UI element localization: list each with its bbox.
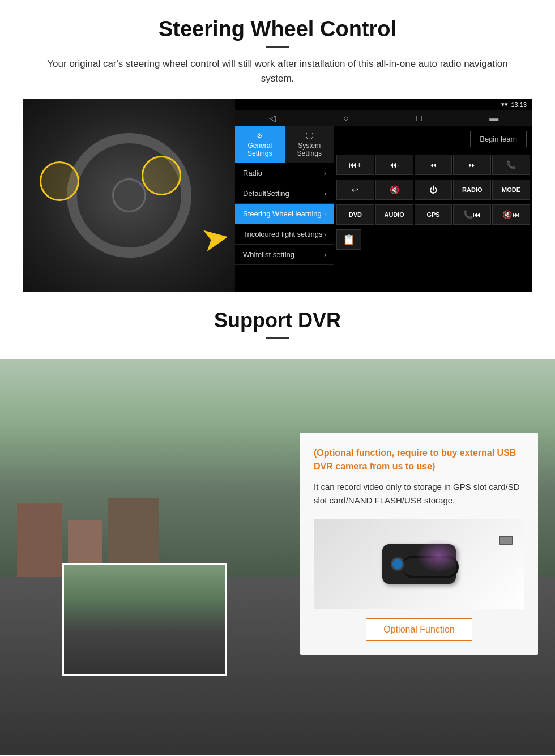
mode-button[interactable]: MODE	[492, 180, 530, 200]
dvr-title-divider	[266, 337, 289, 339]
tab-system-settings[interactable]: ⛶ System Settings	[285, 126, 335, 163]
steering-wheel-bg: ➤	[23, 99, 235, 292]
mute-button[interactable]: 🔇	[375, 180, 413, 200]
control-buttons-row1: ⏮+ ⏮- ⏮ ⏭ 📞	[334, 152, 532, 177]
dvr-title: Support DVR	[23, 309, 532, 332]
menu-item-defaultsetting[interactable]: DefaultSetting ›	[235, 183, 334, 204]
chevron-icon: ›	[324, 210, 326, 218]
dvr-camera-image	[314, 519, 524, 609]
title-divider	[266, 46, 289, 48]
steering-section: Steering Wheel Control Your original car…	[0, 0, 555, 292]
control-buttons-row3: DVD AUDIO GPS 📞⏮ 🔇⏭	[334, 202, 532, 227]
highlight-circle-right	[142, 156, 181, 195]
dvr-title-area: Support DVR	[0, 292, 555, 359]
dvr-scene: (Optional function, require to buy exter…	[0, 359, 555, 755]
begin-learn-row: Begin learn	[334, 126, 532, 152]
vol-up-button[interactable]: ⏮+	[336, 155, 374, 175]
call-button[interactable]: 📞	[492, 155, 530, 175]
time-display: 13:13	[511, 101, 527, 108]
steering-subtitle: Your original car's steering wheel contr…	[45, 57, 510, 86]
steering-wheel-ring	[67, 133, 191, 258]
control-buttons-row2: ↩ 🔇 ⏻ RADIO MODE	[334, 177, 532, 202]
dvr-background-area: (Optional function, require to buy exter…	[0, 359, 555, 755]
gps-button[interactable]: GPS	[415, 204, 452, 225]
steering-wheel-image: ➤	[23, 99, 235, 292]
chevron-icon: ›	[324, 190, 326, 198]
extra-buttons-row: 📋	[334, 227, 532, 252]
chevron-icon: ›	[324, 169, 326, 177]
menu-icon[interactable]: ▬	[489, 113, 498, 123]
tab-general-settings[interactable]: ⚙ General Settings	[235, 126, 285, 163]
thumbnail-scene	[64, 565, 225, 674]
menu-item-radio[interactable]: Radio ›	[235, 163, 334, 183]
purple-light	[416, 539, 462, 573]
signal-icon: ▾▾	[501, 101, 508, 108]
steering-wheel-center	[112, 178, 146, 212]
android-panel: ▾▾ 13:13 ◁ ○ □ ▬ ⚙ General Settings	[235, 99, 532, 292]
dvd-button[interactable]: DVD	[336, 204, 374, 225]
next-track-button[interactable]: ⏭	[453, 155, 491, 175]
begin-learn-button[interactable]: Begin learn	[470, 131, 527, 147]
audio-button[interactable]: AUDIO	[375, 204, 413, 225]
optional-function-button[interactable]: Optional Function	[366, 618, 472, 641]
arrow-pointer: ➤	[198, 216, 232, 260]
back-icon[interactable]: ◁	[269, 113, 276, 123]
chevron-icon: ›	[324, 251, 326, 259]
home-icon[interactable]: ○	[343, 113, 349, 123]
panel-right-content: Begin learn ⏮+ ⏮- ⏮ ⏭ 📞 ↩ 🔇 ⏻	[334, 126, 532, 292]
prev-track-button[interactable]: ⏮	[415, 155, 452, 175]
dvr-camera-thumbnail	[62, 563, 227, 676]
settings-tabs: ⚙ General Settings ⛶ System Settings	[235, 126, 334, 163]
steering-title: Steering Wheel Control	[23, 17, 532, 41]
menu-item-tricoloured[interactable]: Tricoloured light settings ›	[235, 224, 334, 245]
vol-down-button[interactable]: ⏮-	[375, 155, 413, 175]
system-icon: ⛶	[306, 132, 313, 140]
radio-button[interactable]: RADIO	[453, 180, 491, 200]
dvr-section: Support DVR (Optional function, require …	[0, 292, 555, 755]
dvr-info-card: (Optional function, require to buy exter…	[300, 433, 538, 655]
menu-item-whitelist[interactable]: Whitelist setting ›	[235, 245, 334, 265]
tab-system-label: System Settings	[291, 142, 329, 157]
recents-icon[interactable]: □	[416, 113, 422, 123]
hang-up-button[interactable]: ↩	[336, 180, 374, 200]
settings-menu: ⚙ General Settings ⛶ System Settings Rad…	[235, 126, 334, 292]
extra-button[interactable]: 📋	[336, 229, 361, 250]
chevron-icon: ›	[324, 230, 326, 238]
android-statusbar: ▾▾ 13:13	[235, 99, 532, 110]
usb-connector	[499, 536, 513, 545]
usb-plug-body	[499, 536, 513, 545]
android-navbar: ◁ ○ □ ▬	[235, 110, 532, 126]
building-1	[17, 503, 62, 577]
panel-right-top: ⚙ General Settings ⛶ System Settings Rad…	[235, 126, 532, 292]
mute-next-button[interactable]: 🔇⏭	[492, 204, 530, 225]
menu-item-steering-wheel[interactable]: Steering Wheel learning ›	[235, 204, 334, 224]
dvr-optional-note: (Optional function, require to buy exter…	[314, 446, 524, 473]
dvr-description: It can record video only to storage in G…	[314, 480, 524, 507]
steering-content-area: ➤ ▾▾ 13:13 ◁ ○ □ ▬	[23, 99, 532, 292]
call-prev-button[interactable]: 📞⏮	[453, 204, 491, 225]
camera-assembly	[382, 544, 456, 584]
tab-general-label: General Settings	[241, 142, 279, 157]
highlight-circle-left	[40, 161, 79, 201]
gear-icon: ⚙	[257, 132, 263, 140]
power-button[interactable]: ⏻	[415, 180, 452, 200]
